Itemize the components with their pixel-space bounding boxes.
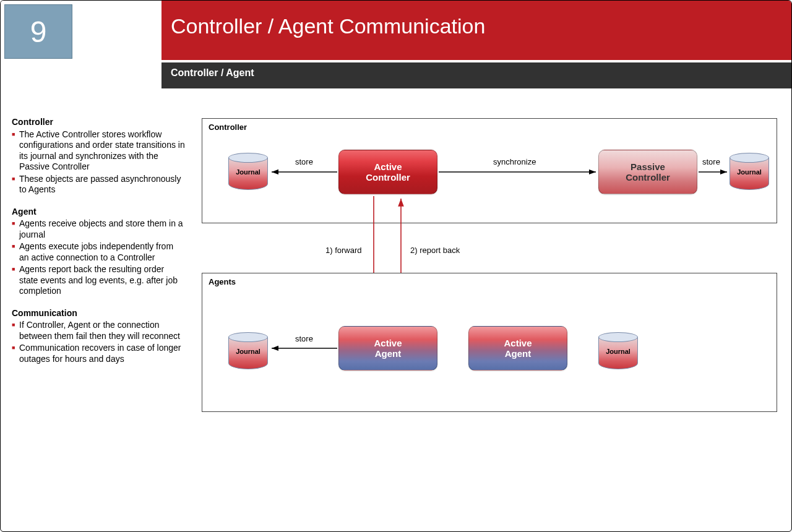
- journal-cylinder: Journal: [598, 332, 638, 369]
- slide-subtitle: Controller / Agent: [171, 67, 254, 79]
- node-text: Active: [504, 338, 532, 348]
- left-text-column: Controller The Active Controller stores …: [12, 117, 185, 375]
- edge-store-agent: store: [295, 334, 313, 343]
- passive-controller-node: Passive Controller: [598, 150, 697, 194]
- cylinder-top: [228, 332, 268, 342]
- controller-panel-title: Controller: [209, 122, 247, 132]
- controller-bullet: The Active Controller stores workflow co…: [12, 129, 185, 173]
- slide-number-box: 9: [4, 4, 72, 59]
- communication-bullet: If Controller, Agent or the connection b…: [12, 320, 185, 341]
- edge-synchronize: synchronize: [493, 157, 536, 166]
- edge-store-left: store: [295, 157, 313, 166]
- journal-label: Journal: [228, 168, 268, 176]
- edge-store-right: store: [702, 157, 720, 166]
- slide-frame: 9 Controller / Agent Communication Contr…: [0, 0, 792, 532]
- slide-title: Controller / Agent Communication: [171, 14, 485, 38]
- agent-bullet: Agents report back the resulting order s…: [12, 264, 185, 297]
- node-text: Controller: [626, 172, 670, 182]
- node-text: Controller: [366, 172, 410, 182]
- node-text: Active: [374, 338, 402, 348]
- journal-label: Journal: [598, 348, 638, 355]
- agent-heading: Agent: [12, 207, 185, 218]
- communication-heading: Communication: [12, 308, 185, 319]
- agents-panel-title: Agents: [209, 277, 236, 286]
- active-agent-node: Active Agent: [468, 326, 567, 371]
- journal-cylinder: Journal: [228, 153, 268, 190]
- header-dark-band: [161, 62, 791, 88]
- journal-cylinder: Journal: [228, 332, 268, 369]
- controller-bullets: The Active Controller stores workflow co…: [12, 129, 185, 195]
- edge-forward: 1) forward: [325, 246, 362, 255]
- controller-bullet: These objects are passed asynchronously …: [12, 174, 185, 195]
- agent-bullets: Agents receive objects and store them in…: [12, 218, 185, 297]
- active-agent-node: Active Agent: [338, 326, 437, 371]
- journal-label: Journal: [228, 348, 268, 355]
- journal-label: Journal: [730, 168, 769, 176]
- node-text: Agent: [505, 348, 532, 359]
- cylinder-top: [598, 332, 638, 342]
- cylinder-top: [730, 153, 769, 163]
- communication-bullet: Communication recovers in case of longer…: [12, 343, 185, 364]
- communication-bullets: If Controller, Agent or the connection b…: [12, 320, 185, 364]
- edge-report-back: 2) report back: [410, 246, 460, 255]
- controller-heading: Controller: [12, 117, 185, 128]
- agents-panel: Agents Journal Active Agent Active Agent…: [202, 273, 777, 412]
- node-text: Agent: [375, 348, 402, 359]
- node-text: Active: [374, 161, 402, 172]
- slide-number: 9: [30, 15, 47, 49]
- journal-cylinder: Journal: [730, 153, 769, 190]
- controller-panel: Controller Journal Active Controller Pas…: [202, 118, 777, 223]
- node-text: Passive: [631, 161, 665, 172]
- agent-bullet: Agents execute jobs independently from a…: [12, 241, 185, 263]
- agent-bullet: Agents receive objects and store them in…: [12, 218, 185, 240]
- cylinder-top: [228, 153, 268, 163]
- active-controller-node: Active Controller: [338, 150, 437, 194]
